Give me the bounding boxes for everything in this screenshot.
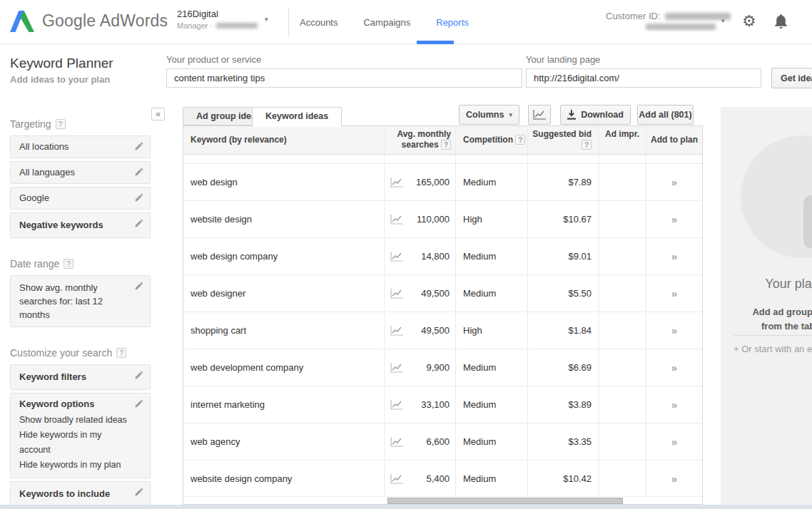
columns-dropdown[interactable]: Columns ▾ [459, 105, 519, 125]
help-icon[interactable]: ? [515, 135, 525, 145]
help-icon[interactable]: ? [441, 140, 451, 150]
product-input[interactable] [166, 68, 522, 88]
edit-pencil-icon[interactable] [134, 141, 144, 151]
account-selector[interactable]: 216Digital Manager · [177, 9, 258, 30]
nav-accounts[interactable]: Accounts [300, 17, 338, 28]
horizontal-scrollbar[interactable] [183, 496, 702, 504]
edit-pencil-icon[interactable] [134, 399, 144, 408]
targeting-locations-card[interactable]: All locations [10, 135, 151, 158]
ad-impr-cell [599, 423, 646, 460]
add-to-plan-button[interactable]: » [671, 324, 677, 336]
help-icon[interactable]: ? [64, 259, 73, 269]
help-icon[interactable]: ? [56, 119, 66, 129]
add-to-plan-button[interactable]: » [671, 213, 677, 225]
plan-title: Your plan [721, 277, 812, 292]
add-to-plan-button[interactable]: » [671, 176, 677, 188]
searches-cell: 49,500 [384, 312, 455, 349]
date-range-card[interactable]: Show avg. monthly searches for: last 12 … [10, 275, 151, 327]
edit-pencil-icon[interactable] [134, 167, 144, 177]
table-row: web design company 14,800 Medium $9.01 » [183, 238, 702, 275]
keywords-to-include-card[interactable]: Keywords to include [10, 481, 151, 507]
keyword-options-card[interactable]: Keyword options Show broadly related ide… [10, 393, 151, 478]
ad-impr-cell [599, 461, 646, 497]
table-row: web design 165,000 Medium $7.89 » [183, 164, 702, 201]
searches-value: 49,500 [403, 325, 450, 336]
add-all-button[interactable]: Add all (801) [637, 105, 694, 125]
download-icon [567, 110, 576, 120]
help-icon[interactable]: ? [582, 140, 592, 150]
start-empty-ad-group-link[interactable]: + Or start with an e [734, 344, 812, 354]
adwords-logo[interactable]: Google AdWords [10, 9, 168, 32]
ad-impr-cell [599, 312, 646, 349]
trend-chart-icon[interactable] [390, 363, 403, 373]
gear-icon[interactable]: ⚙ [742, 12, 756, 31]
tab-keyword-ideas[interactable]: Keyword ideas [252, 107, 342, 127]
keyword-filters-card[interactable]: Keyword filters [10, 364, 151, 390]
add-to-plan-button[interactable]: » [671, 436, 677, 448]
logo-text: Google AdWords [42, 11, 168, 31]
negative-keywords-card[interactable]: Negative keywords [10, 212, 151, 238]
add-to-plan-cell: » [646, 349, 702, 386]
col-header-competition[interactable]: Competition ? [455, 126, 527, 154]
col-header-ad-impr[interactable]: Ad impr. [599, 126, 646, 154]
date-range-title: Date range ? [10, 258, 151, 269]
plan-divider [734, 335, 812, 336]
bid-value: $7.89 [527, 164, 599, 200]
bell-icon[interactable] [775, 14, 787, 29]
trend-chart-icon[interactable] [390, 289, 403, 299]
account-caret-icon[interactable]: ▾ [265, 16, 268, 23]
sidebar: Targeting ? All locations All languages … [10, 108, 151, 509]
trend-chart-icon[interactable] [390, 326, 403, 336]
keyword-cell: web designer [183, 275, 384, 312]
chart-view-button[interactable] [528, 105, 551, 125]
nav-campaigns[interactable]: Campaigns [363, 17, 410, 28]
ad-impr-cell [599, 386, 646, 423]
customize-search-title: Customize your search ? [10, 347, 151, 359]
trend-chart-icon[interactable] [390, 474, 403, 484]
add-to-plan-cell: » [646, 275, 702, 312]
trend-chart-icon[interactable] [390, 178, 403, 187]
col-header-searches[interactable]: Avg. monthly searches ? [384, 126, 455, 154]
add-to-plan-button[interactable]: » [671, 473, 677, 485]
trend-chart-icon[interactable] [390, 437, 403, 447]
bottom-strip [0, 505, 812, 509]
edit-pencil-icon[interactable] [134, 192, 144, 202]
top-bar: Google AdWords 216Digital Manager · ▾ Ac… [0, 0, 812, 44]
help-icon[interactable]: ? [116, 348, 126, 358]
searches-cell: 6,600 [384, 423, 455, 460]
trend-chart-icon[interactable] [390, 400, 403, 410]
scrollbar-thumb[interactable] [387, 498, 623, 504]
targeting-languages-card[interactable]: All languages [10, 161, 151, 184]
trend-chart-icon[interactable] [390, 252, 403, 262]
add-to-plan-button[interactable]: » [671, 361, 677, 374]
customer-caret-icon[interactable]: ▾ [721, 17, 725, 24]
landing-page-input[interactable] [526, 68, 761, 88]
edit-pencil-icon[interactable] [134, 218, 144, 228]
add-to-plan-cell: » [646, 164, 702, 200]
bid-value: $10.42 [527, 461, 599, 497]
keyword-cell: internet marketing [183, 386, 384, 423]
targeting-title: Targeting ? [10, 118, 151, 130]
edit-pencil-icon[interactable] [134, 487, 144, 497]
get-ideas-button[interactable]: Get ideas [771, 68, 812, 88]
edit-pencil-icon[interactable] [134, 370, 144, 380]
product-label: Your product or service [166, 54, 261, 65]
add-to-plan-button[interactable]: » [671, 287, 677, 299]
redacted-account-id [216, 23, 258, 29]
bid-value: $9.01 [527, 238, 599, 274]
col-header-keyword[interactable]: Keyword (by relevance) [183, 126, 384, 154]
add-to-plan-button[interactable]: » [671, 399, 677, 411]
nav-reports[interactable]: Reports [436, 17, 469, 28]
add-to-plan-button[interactable]: » [671, 250, 677, 262]
searches-cell: 33,100 [384, 386, 455, 423]
col-header-bid[interactable]: Suggested bid ? [527, 126, 599, 154]
trend-chart-icon[interactable] [390, 215, 403, 225]
sidebar-collapse-button[interactable]: « [151, 108, 165, 120]
searches-value: 165,000 [403, 177, 450, 187]
bid-value: $5.50 [527, 275, 599, 312]
download-button[interactable]: Download [560, 105, 631, 125]
targeting-network-card[interactable]: Google [10, 187, 151, 210]
page-subtitle: Add ideas to your plan [10, 74, 110, 85]
adwords-keyword-planner-page: Google AdWords 216Digital Manager · ▾ Ac… [0, 0, 812, 509]
edit-pencil-icon[interactable] [134, 281, 144, 291]
